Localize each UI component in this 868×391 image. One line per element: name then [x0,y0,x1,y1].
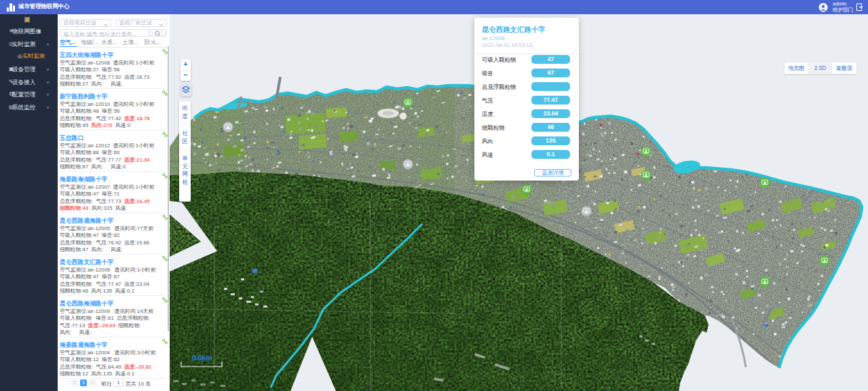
svg-text:0.6km: 0.6km [192,354,212,362]
